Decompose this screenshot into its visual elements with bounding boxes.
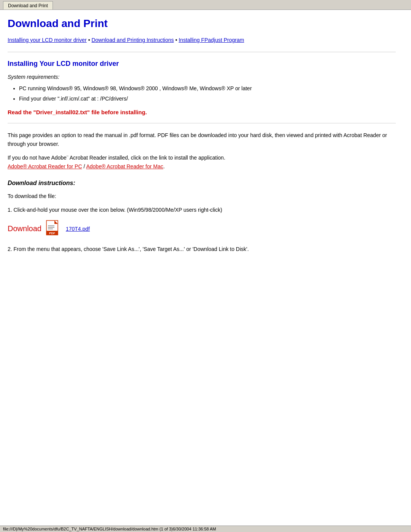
- section-lcd-driver: Installing Your LCD monitor driver Syste…: [8, 60, 396, 115]
- divider-2: [8, 123, 396, 123]
- divider-1: [8, 52, 396, 52]
- acrobat-pc-link[interactable]: Adobe® Acrobat Reader for PC: [8, 163, 82, 169]
- step2-text: 2. From the menu that appears, choose 'S…: [8, 245, 396, 253]
- system-req-label: System requirements:: [8, 74, 396, 80]
- pdf-icon-svg: PDF: [46, 220, 61, 238]
- browser-tab[interactable]: Download and Print: [3, 1, 53, 10]
- acrobat-separator: /: [82, 163, 86, 169]
- browser-tab-bar: Download and Print: [0, 0, 411, 10]
- step1-text: 1. Click-and-hold your mouse over the ic…: [8, 206, 396, 214]
- acrobat-suffix: .: [163, 163, 165, 169]
- nav-link-lcd-driver[interactable]: Installing your LCD monitor driver: [8, 37, 87, 43]
- svg-text:PDF: PDF: [49, 232, 55, 235]
- page-title: Download and Print: [8, 18, 396, 30]
- pdf-description: This page provides an option to read the…: [8, 131, 396, 148]
- acrobat-info: If you do not have Adobe¨ Acrobat Reader…: [8, 153, 396, 171]
- nav-links: Installing your LCD monitor driver • Dow…: [8, 36, 396, 44]
- pdf-icon: PDF: [46, 220, 61, 237]
- section-download-instructions: Download instructions: To download the f…: [8, 180, 396, 253]
- nav-link-download-instructions[interactable]: Download and Printing Instructions: [91, 37, 174, 43]
- nav-sep-1: •: [87, 37, 92, 43]
- requirements-list: PC running Windows® 95, Windows® 98, Win…: [19, 85, 396, 103]
- section-pdf-info: This page provides an option to read the…: [8, 131, 396, 171]
- to-download-text: To download the file:: [8, 192, 396, 200]
- nav-sep-2: •: [174, 37, 179, 43]
- lcd-driver-heading: Installing Your LCD monitor driver: [8, 60, 396, 68]
- acrobat-prefix: If you do not have Adobe¨ Acrobat Reader…: [8, 155, 225, 161]
- nav-link-fpadjust[interactable]: Installing FPadjust Program: [178, 37, 244, 43]
- acrobat-mac-link[interactable]: Adobe® Acrobat Reader for Mac: [86, 163, 163, 169]
- status-bar: file:///D|/My%20documents/dfu/B2C_TV_NAF…: [0, 526, 411, 532]
- download-row: Download PDF 170T4.pdf: [8, 220, 396, 237]
- download-label: Download: [8, 224, 41, 233]
- driver-warning: Read the "Driver_install02.txt" file bef…: [8, 109, 396, 115]
- requirement-item-2: Find your driver ".inf/.icm/.cat" at : /…: [19, 95, 396, 103]
- page-content: Download and Print Installing your LCD m…: [0, 10, 411, 281]
- download-instructions-heading: Download instructions:: [8, 180, 396, 187]
- requirement-item-1: PC running Windows® 95, Windows® 98, Win…: [19, 85, 396, 93]
- pdf-file-link[interactable]: 170T4.pdf: [66, 226, 90, 232]
- browser-tab-label: Download and Print: [8, 3, 48, 8]
- status-bar-text: file:///D|/My%20documents/dfu/B2C_TV_NAF…: [3, 527, 216, 531]
